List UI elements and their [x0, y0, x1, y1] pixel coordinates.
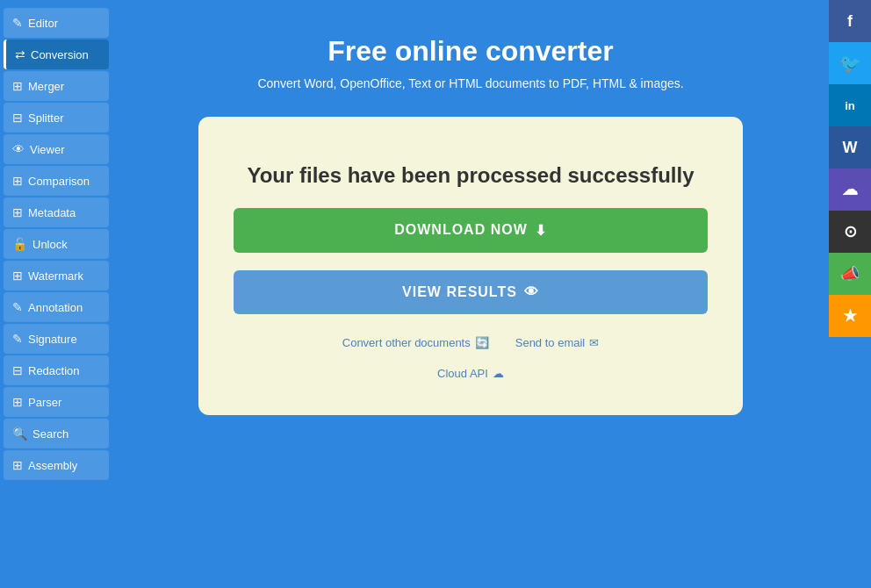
main-content: Free online converter Convert Word, Open… — [112, 0, 829, 588]
cloud-social-icon: ☁ — [842, 180, 858, 199]
download-icon: ⬇ — [535, 222, 547, 239]
github-icon: ⊙ — [844, 222, 857, 241]
word-button[interactable]: W — [829, 126, 871, 169]
convert-other-link[interactable]: Convert other documents 🔄 — [342, 336, 489, 349]
star-icon: ★ — [843, 306, 857, 326]
conversion-icon: ⇄ — [15, 47, 25, 61]
sidebar-item-search[interactable]: 🔍 Search — [4, 419, 109, 448]
sidebar-item-annotation[interactable]: ✎ Annotation — [4, 292, 109, 322]
announce-icon: 📣 — [840, 264, 860, 283]
sidebar: ✎ Editor ⇄ Conversion ⊞ Merger ⊟ Splitte… — [0, 0, 112, 588]
cloud-api-row: Cloud API ☁ — [437, 367, 504, 380]
editor-icon: ✎ — [12, 16, 23, 30]
annotation-icon: ✎ — [12, 300, 23, 314]
signature-icon: ✎ — [12, 332, 23, 346]
sidebar-item-conversion[interactable]: ⇄ Conversion — [4, 39, 109, 69]
star-button[interactable]: ★ — [829, 295, 871, 337]
result-card: Your files have been processed successfu… — [198, 117, 743, 415]
sidebar-item-comparison[interactable]: ⊞ Comparison — [4, 166, 109, 196]
announce-button[interactable]: 📣 — [829, 253, 871, 295]
sidebar-item-metadata[interactable]: ⊞ Metadata — [4, 197, 109, 227]
sidebar-item-unlock[interactable]: 🔓 Unlock — [4, 229, 109, 259]
github-button[interactable]: ⊙ — [829, 211, 871, 253]
card-links: Convert other documents 🔄 Send to email … — [342, 336, 599, 349]
sidebar-item-editor[interactable]: ✎ Editor — [4, 8, 109, 38]
page-title: Free online converter — [328, 35, 613, 68]
eye-icon: 👁 — [524, 284, 539, 300]
sidebar-item-viewer[interactable]: 👁 Viewer — [4, 134, 109, 164]
cloud-icon: ☁ — [493, 367, 504, 380]
cloud-api-link[interactable]: Cloud API ☁ — [437, 367, 504, 380]
comparison-icon: ⊞ — [12, 174, 23, 188]
twitter-icon: 🐦 — [839, 53, 861, 74]
merger-icon: ⊞ — [12, 79, 23, 93]
send-email-link[interactable]: Send to email ✉ — [515, 336, 600, 349]
page-subtitle: Convert Word, OpenOffice, Text or HTML d… — [257, 76, 683, 90]
cloud-button[interactable]: ☁ — [829, 169, 871, 211]
refresh-icon: 🔄 — [475, 336, 489, 349]
search-icon: 🔍 — [12, 427, 27, 441]
sidebar-item-watermark[interactable]: ⊞ Watermark — [4, 261, 109, 290]
unlock-icon: 🔓 — [12, 237, 27, 251]
splitter-icon: ⊟ — [12, 111, 23, 125]
social-sidebar: f 🐦 in W ☁ ⊙ 📣 ★ — [829, 0, 871, 588]
download-button[interactable]: DOWNLOAD NOW ⬇ — [234, 208, 708, 253]
metadata-icon: ⊞ — [12, 205, 23, 219]
viewer-icon: 👁 — [12, 142, 25, 156]
email-icon: ✉ — [589, 336, 599, 349]
parser-icon: ⊞ — [12, 395, 23, 409]
sidebar-item-assembly[interactable]: ⊞ Assembly — [4, 450, 109, 480]
facebook-button[interactable]: f — [829, 0, 871, 42]
watermark-icon: ⊞ — [12, 269, 23, 283]
word-icon: W — [843, 139, 858, 157]
sidebar-item-parser[interactable]: ⊞ Parser — [4, 387, 109, 417]
facebook-icon: f — [847, 12, 853, 31]
assembly-icon: ⊞ — [12, 458, 23, 472]
linkedin-icon: in — [845, 99, 855, 112]
linkedin-button[interactable]: in — [829, 84, 871, 126]
twitter-button[interactable]: 🐦 — [829, 42, 871, 84]
sidebar-item-redaction[interactable]: ⊟ Redaction — [4, 355, 109, 385]
view-results-button[interactable]: VIEW RESULTS 👁 — [234, 270, 708, 314]
success-message: Your files have been processed successfu… — [247, 161, 694, 190]
sidebar-item-signature[interactable]: ✎ Signature — [4, 324, 109, 354]
redaction-icon: ⊟ — [12, 363, 23, 377]
sidebar-item-splitter[interactable]: ⊟ Splitter — [4, 103, 109, 133]
sidebar-item-merger[interactable]: ⊞ Merger — [4, 71, 109, 101]
